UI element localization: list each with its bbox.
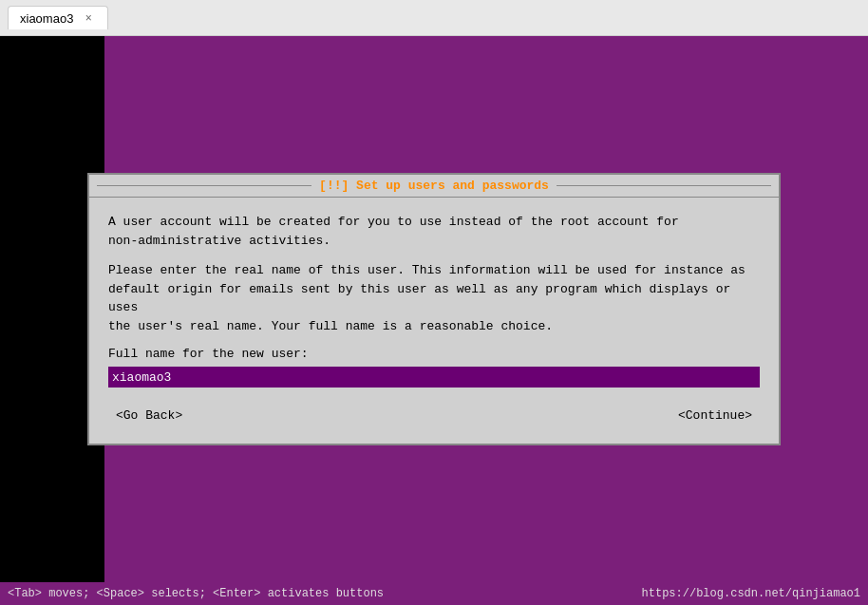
go-back-button[interactable]: <Go Back> xyxy=(108,406,190,425)
status-url: https://blog.csdn.net/qinjiamao1 xyxy=(642,587,860,600)
dialog-buttons: <Go Back> <Continue> xyxy=(108,403,760,428)
setup-dialog: [!!] Set up users and passwords A user a… xyxy=(87,173,781,445)
tab-close-button[interactable]: × xyxy=(81,10,96,26)
dialog-title-bar: [!!] Set up users and passwords xyxy=(89,175,779,197)
dialog-title: [!!] Set up users and passwords xyxy=(311,179,557,193)
status-hint: <Tab> moves; <Space> selects; <Enter> ac… xyxy=(8,587,384,600)
dialog-paragraph1: A user account will be created for you t… xyxy=(108,213,760,250)
status-bar: <Tab> moves; <Space> selects; <Enter> ac… xyxy=(0,582,868,605)
dialog-input-label: Full name for the new user: xyxy=(108,347,760,361)
browser-tab[interactable]: xiaomao3 × xyxy=(8,6,108,29)
tab-label: xiaomao3 xyxy=(20,11,73,26)
vm-area: [!!] Set up users and passwords A user a… xyxy=(0,36,868,605)
dialog-body: A user account will be created for you t… xyxy=(89,197,779,444)
fullname-input[interactable] xyxy=(112,370,756,385)
browser-chrome: xiaomao3 × xyxy=(0,0,868,36)
continue-button[interactable]: <Continue> xyxy=(670,406,760,425)
dialog-paragraph2: Please enter the real name of this user.… xyxy=(108,261,760,335)
desktop-background: [!!] Set up users and passwords A user a… xyxy=(0,36,868,582)
dialog-input-wrapper[interactable] xyxy=(108,367,760,388)
